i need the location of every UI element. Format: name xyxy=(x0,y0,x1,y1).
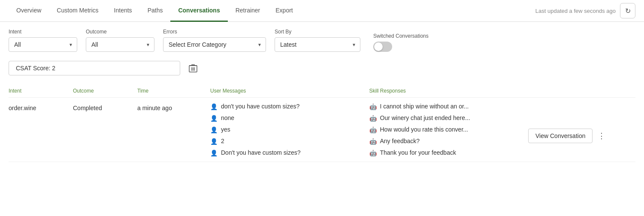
nav-item-retrainer[interactable]: Retrainer xyxy=(228,0,268,22)
delete-csat-button[interactable] xyxy=(185,60,201,76)
skill-response-4: 🤖 Any feedback? xyxy=(369,138,524,145)
app-container: Overview Custom Metrics Intents Paths Co… xyxy=(0,0,644,216)
switched-conversations-label: Switched Conversations xyxy=(373,33,429,39)
intent-select-wrapper: All xyxy=(9,37,77,52)
bot-icon-4: 🤖 xyxy=(369,138,377,145)
skill-response-text-4: Any feedback? xyxy=(380,138,420,144)
user-icon-5: 👤 xyxy=(210,150,218,156)
cell-time: a minute ago xyxy=(137,103,206,111)
intent-select[interactable]: All xyxy=(9,37,77,52)
top-nav: Overview Custom Metrics Intents Paths Co… xyxy=(0,0,644,22)
user-message-text-4: 2 xyxy=(221,138,224,144)
last-updated-text: Last updated a few seconds ago xyxy=(535,8,616,14)
errors-select[interactable]: Select Error Category xyxy=(163,37,266,52)
outcome-select[interactable]: All xyxy=(86,37,154,52)
user-icon-4: 👤 xyxy=(210,138,218,145)
errors-filter-label: Errors xyxy=(163,29,266,35)
sortby-select[interactable]: Latest xyxy=(275,37,360,52)
skill-response-text-1: I cannot ship wine without an or... xyxy=(380,103,469,110)
user-icon-1: 👤 xyxy=(210,103,218,110)
sortby-select-wrapper: Latest xyxy=(275,37,360,52)
skill-response-text-2: Our winery chat just ended here... xyxy=(380,114,470,121)
user-messages-list: 👤 don't you have custom sizes? 👤 none 👤 … xyxy=(210,103,365,156)
nav-item-custom-metrics[interactable]: Custom Metrics xyxy=(49,0,106,22)
user-message-text-3: yes xyxy=(221,126,230,133)
skill-response-2: 🤖 Our winery chat just ended here... xyxy=(369,114,524,122)
nav-right: Last updated a few seconds ago ↻ xyxy=(535,3,635,18)
user-message-text-1: don't you have custom sizes? xyxy=(221,103,299,110)
user-message-text-5: Don't you have custom sizes? xyxy=(221,149,301,156)
header-time: Time xyxy=(137,88,206,94)
bot-icon-3: 🤖 xyxy=(369,126,377,133)
action-cell: View Conversation ⋮ xyxy=(528,103,614,143)
skill-response-text-3: How would you rate this conver... xyxy=(380,126,468,133)
header-user-messages: User messages xyxy=(210,88,365,94)
user-message-5: 👤 Don't you have custom sizes? xyxy=(210,149,365,156)
skill-response-text-5: Thank you for your feedback xyxy=(380,149,456,156)
table-header-row: Intent Outcome Time User messages Skill … xyxy=(9,88,635,98)
header-outcome: Outcome xyxy=(73,88,133,94)
outcome-select-wrapper: All xyxy=(86,37,154,52)
intent-filter-label: Intent xyxy=(9,29,77,35)
table-row: order.wine Completed a minute ago 👤 don'… xyxy=(9,98,635,162)
bot-icon-1: 🤖 xyxy=(369,103,377,110)
skill-response-5: 🤖 Thank you for your feedback xyxy=(369,149,524,156)
nav-item-paths[interactable]: Paths xyxy=(140,0,171,22)
header-more xyxy=(618,88,635,94)
csat-row: CSAT Score: 2 xyxy=(0,57,644,79)
nav-item-overview[interactable]: Overview xyxy=(9,0,49,22)
nav-item-conversations[interactable]: Conversations xyxy=(170,0,227,22)
user-icon-2: 👤 xyxy=(210,115,218,122)
user-message-1: 👤 don't you have custom sizes? xyxy=(210,103,365,110)
csat-tag: CSAT Score: 2 xyxy=(9,61,180,75)
cell-outcome: Completed xyxy=(73,103,133,111)
skill-responses-list: 🤖 I cannot ship wine without an or... 🤖 … xyxy=(369,103,524,156)
intent-filter-group: Intent All xyxy=(9,29,77,52)
skill-response-3: 🤖 How would you rate this conver... xyxy=(369,126,524,133)
outcome-filter-group: Outcome All xyxy=(86,29,154,52)
filters-row: Intent All Outcome All Errors Select Err… xyxy=(0,22,644,57)
switched-conversations-toggle[interactable] xyxy=(373,42,392,52)
switched-conversations-group: Switched Conversations xyxy=(373,33,429,52)
bot-icon-2: 🤖 xyxy=(369,115,377,122)
header-skill-responses: Skill responses xyxy=(369,88,524,94)
skill-response-1: 🤖 I cannot ship wine without an or... xyxy=(369,103,524,110)
sortby-filter-group: Sort By Latest xyxy=(275,29,360,52)
more-options-button[interactable]: ⋮ xyxy=(596,129,607,142)
refresh-button[interactable]: ↻ xyxy=(620,3,635,18)
user-message-4: 👤 2 xyxy=(210,138,365,145)
nav-item-export[interactable]: Export xyxy=(268,0,300,22)
sortby-filter-label: Sort By xyxy=(275,29,360,35)
header-actions xyxy=(528,88,614,94)
trash-icon xyxy=(189,63,197,73)
table-section: Intent Outcome Time User messages Skill … xyxy=(0,79,644,162)
view-conversation-button[interactable]: View Conversation xyxy=(528,129,593,143)
outcome-filter-label: Outcome xyxy=(86,29,154,35)
user-message-2: 👤 none xyxy=(210,114,365,122)
user-icon-3: 👤 xyxy=(210,126,218,133)
user-message-text-2: none xyxy=(221,114,234,121)
user-message-3: 👤 yes xyxy=(210,126,365,133)
bot-icon-5: 🤖 xyxy=(369,150,377,156)
nav-item-intents[interactable]: Intents xyxy=(106,0,140,22)
cell-intent: order.wine xyxy=(9,103,69,111)
header-intent: Intent xyxy=(9,88,69,94)
errors-filter-group: Errors Select Error Category xyxy=(163,29,266,52)
errors-select-wrapper: Select Error Category xyxy=(163,37,266,52)
